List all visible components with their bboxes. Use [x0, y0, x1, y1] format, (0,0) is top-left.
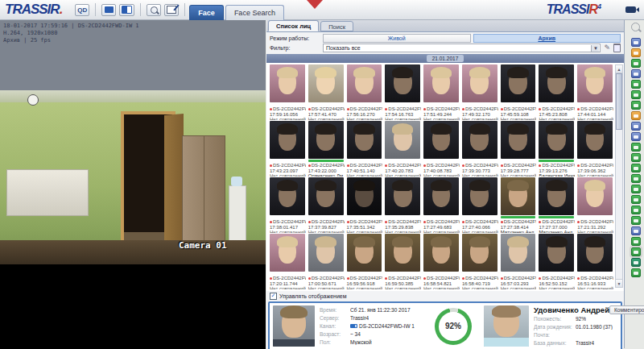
- mode-live-button[interactable]: Живой: [323, 34, 471, 43]
- face-cell[interactable]: DS-2CD2442FWD... 17:38:01.417 Нет совпад…: [269, 177, 306, 233]
- record-dot-icon: [308, 164, 311, 167]
- edit-filter-icon[interactable]: ✎: [604, 44, 610, 52]
- channel-icon[interactable]: [631, 59, 641, 68]
- face-cell[interactable]: DS-2CD2442FWD... 17:27:38.414 Матузенко …: [500, 177, 537, 233]
- date-group-pill[interactable]: 21.01.2017: [427, 55, 464, 62]
- mode-archive-button[interactable]: Архив: [473, 34, 621, 43]
- face-cell[interactable]: DS-2CD2442FWD... 17:39:28.777 Нет совпад…: [500, 121, 537, 177]
- face-thumbnail: [423, 64, 459, 102]
- face-cell[interactable]: DS-2CD2442FWD... 17:43:22.000 Опанасенко…: [308, 121, 345, 177]
- grid-scrollbar[interactable]: ▲ ▼: [615, 64, 623, 288]
- face-cell[interactable]: DS-2CD2442FWD... 17:00:50.671 Нет совпад…: [308, 234, 345, 289]
- face-cell[interactable]: DS-2CD2442FWD... 17:27:49.683 Нет совпад…: [423, 177, 460, 233]
- face-cell[interactable]: DS-2CD2442FWD... 16:51:16.933 Нет совпад…: [576, 234, 613, 289]
- channel-icon[interactable]: [631, 237, 641, 246]
- face-cell[interactable]: DS-2CD2442FWD... 17:40:20.783 Нет совпад…: [384, 121, 421, 177]
- face-thumbnail: [539, 121, 574, 159]
- channel-icons: [627, 38, 644, 277]
- scroll-up-icon[interactable]: ▲: [616, 65, 622, 73]
- channel-icon[interactable]: [631, 143, 641, 152]
- channel-icon[interactable]: [631, 132, 641, 141]
- channel-icon[interactable]: [631, 268, 641, 277]
- face-cell[interactable]: DS-2CD2442FWD... 16:57:03.293 Нет совпад…: [500, 234, 537, 289]
- cell-camera-label: DS-2CD2442FWD...: [576, 106, 613, 112]
- channel-icon[interactable]: [631, 185, 641, 193]
- channel-icon[interactable]: [631, 153, 641, 162]
- face-cell[interactable]: DS-2CD2442FWD... 16:52:50.152 Нет совпад…: [538, 234, 575, 289]
- match-bar: [347, 103, 382, 106]
- record-dot-icon: [462, 277, 464, 280]
- qd-layout-button[interactable]: QD: [75, 4, 89, 16]
- search-tool-button[interactable]: [147, 4, 161, 16]
- face-cell[interactable]: DS-2CD2442FWD... 17:39:13.276 Балянская …: [538, 121, 575, 177]
- face-cell[interactable]: DS-2CD2442FWD... 17:57:41.470 Нет совпад…: [308, 64, 345, 120]
- face-cell[interactable]: DS-2CD2442FWD... 17:56:16.270 Нет совпад…: [346, 64, 383, 120]
- channel-icon[interactable]: [631, 90, 641, 99]
- match-detail-card: Время: Сб 21. янв 11:22:30 2017 Сервер: …: [268, 301, 622, 349]
- face-cell[interactable]: DS-2CD2442FWD... 17:51:49.244 Нет совпад…: [423, 64, 460, 120]
- face-cell[interactable]: DS-2CD2442FWD... 17:43:23.097 Нет совпад…: [269, 121, 306, 177]
- single-view-button[interactable]: [101, 4, 116, 16]
- manage-display-checkbox[interactable]: ✓: [270, 293, 277, 300]
- tab-face-list[interactable]: Список лиц: [268, 20, 319, 31]
- tab-face[interactable]: Face: [189, 5, 224, 20]
- camera-viewport[interactable]: 18-01-2017 17:59:16 | DS-2CD2442FWD-IW 1…: [0, 20, 266, 349]
- channel-icon[interactable]: [631, 48, 641, 57]
- face-cell[interactable]: DS-2CD2442FWD... 17:40:08.783 Нет совпад…: [423, 121, 460, 177]
- cell-camera-label: DS-2CD2442FWD...: [423, 163, 460, 168]
- channel-icon[interactable]: [631, 195, 641, 204]
- face-cell[interactable]: DS-2CD2442FWD... 17:27:40.066 Нет совпад…: [461, 177, 498, 233]
- cell-match-status: Нет совпадений: [269, 230, 306, 233]
- channel-icon[interactable]: [631, 258, 641, 267]
- face-cell[interactable]: DS-2CD2442FWD... 17:39:06.362 Нет совпад…: [576, 121, 613, 177]
- face-cell[interactable]: DS-2CD2442FWD... 17:54:16.763 Нет совпад…: [384, 64, 421, 120]
- face-cell[interactable]: DS-2CD2442FWD... 17:27:37.000 Матузенко …: [538, 177, 575, 233]
- face-cell[interactable]: DS-2CD2442FWD... 17:59:16.056 Нет совпад…: [269, 64, 306, 120]
- face-cell[interactable]: DS-2CD2442FWD... 17:21:31.292 Нет совпад…: [576, 177, 613, 233]
- tab-face-search[interactable]: Face Search: [225, 5, 284, 20]
- channel-icon[interactable]: [631, 247, 641, 256]
- video-frame[interactable]: Camera 01: [0, 90, 266, 264]
- face-cell[interactable]: DS-2CD2442FWD... 17:49:32.170 Нет совпад…: [461, 64, 498, 120]
- search-icon[interactable]: [631, 23, 640, 31]
- face-thumbnail: [270, 121, 305, 159]
- cell-match-status: Нет совпадений: [461, 230, 498, 233]
- camera-icon[interactable]: [625, 6, 636, 13]
- channel-icon[interactable]: [631, 38, 641, 47]
- main-menu-arrow-icon[interactable]: [307, 0, 323, 9]
- cell-camera-label: DS-2CD2442FWD...: [346, 219, 383, 225]
- channel-icon[interactable]: [631, 69, 641, 78]
- record-dot-icon: [308, 108, 311, 110]
- face-cell[interactable]: DS-2CD2442FWD... 16:59:56.918 Нет совпад…: [346, 234, 383, 289]
- channel-icon[interactable]: [631, 174, 641, 183]
- face-cell[interactable]: DS-2CD2442FWD... 16:58:54.821 Нет совпад…: [423, 234, 460, 289]
- face-cell[interactable]: DS-2CD2442FWD... 17:45:59.108 Нет совпад…: [500, 64, 537, 120]
- face-cell[interactable]: DS-2CD2442FWD... 17:20:11.744 Нет совпад…: [269, 234, 306, 289]
- channel-icon[interactable]: [631, 216, 641, 225]
- scene-door: [164, 114, 184, 244]
- face-cell[interactable]: DS-2CD2442FWD... 16:59:50.385 Нет совпад…: [384, 234, 421, 289]
- face-cell[interactable]: DS-2CD2442FWD... 16:58:40.719 Нет совпад…: [461, 234, 498, 289]
- channel-icon[interactable]: [631, 226, 641, 235]
- match-bar: [462, 216, 497, 218]
- channel-icon[interactable]: [631, 164, 641, 172]
- tab-search[interactable]: Поиск: [320, 21, 353, 31]
- scroll-down-icon[interactable]: ▼: [616, 279, 622, 287]
- face-cell[interactable]: DS-2CD2442FWD... 17:35:29.838 Нет совпад…: [384, 177, 421, 233]
- scrollbar-thumb[interactable]: [616, 73, 622, 130]
- filter-dropdown[interactable]: Показать все ▼: [323, 44, 601, 52]
- face-cell[interactable]: DS-2CD2442FWD... 17:35:51.342 Нет совпад…: [346, 177, 383, 233]
- face-cell[interactable]: DS-2CD2442FWD... 17:45:23.808 Нет совпад…: [538, 64, 575, 120]
- split-view-button[interactable]: [119, 4, 134, 16]
- face-cell[interactable]: DS-2CD2442FWD... 17:40:51.140 Нет совпад…: [346, 121, 383, 177]
- channel-icon[interactable]: [631, 122, 641, 131]
- face-cell[interactable]: DS-2CD2442FWD... 17:44:01.144 Нет совпад…: [576, 64, 613, 120]
- delete-filter-icon[interactable]: [613, 44, 621, 52]
- edit-tool-button[interactable]: [164, 4, 179, 16]
- channel-icon[interactable]: [631, 111, 641, 120]
- channel-icon[interactable]: [631, 80, 641, 89]
- channel-icon[interactable]: [631, 101, 641, 110]
- channel-icon[interactable]: [631, 206, 641, 214]
- face-cell[interactable]: DS-2CD2442FWD... 17:39:30.773 Нет совпад…: [461, 121, 498, 177]
- face-cell[interactable]: DS-2CD2442FWD... 17:37:39.827 Нет совпад…: [308, 177, 345, 233]
